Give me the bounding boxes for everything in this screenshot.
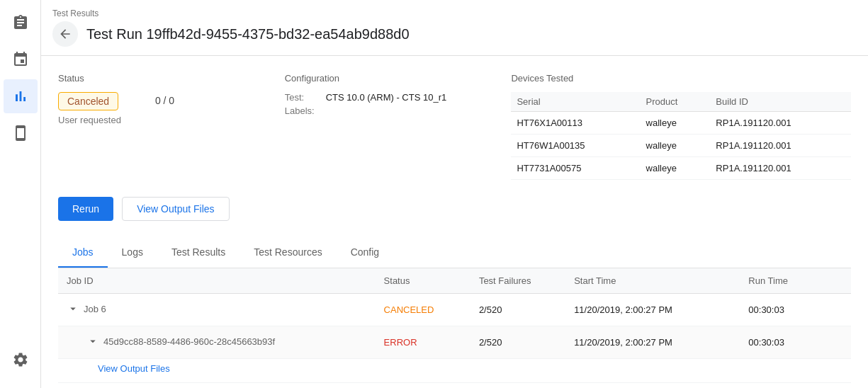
expand-sub-button[interactable]: 45d9cc88-8589-4486-960c-28c45663b93f	[86, 335, 275, 348]
job-status-cell: CANCELED	[376, 294, 470, 326]
devices-title: Devices Tested	[511, 73, 851, 84]
view-output-button[interactable]: View Output Files	[122, 197, 229, 221]
sidebar-item-phone[interactable]	[4, 116, 38, 150]
device-serial: HT76W1A00135	[511, 135, 640, 157]
sidebar	[0, 0, 41, 388]
col-header-status: Status	[376, 268, 470, 294]
device-product: walleye	[641, 157, 711, 180]
page-title: Test Run 19ffb42d-9455-4375-bd32-ea54ab9…	[86, 26, 410, 42]
tab-test-resources[interactable]: Test Resources	[239, 238, 336, 268]
action-buttons: Rerun View Output Files	[58, 197, 851, 221]
view-output-row: View Output Files	[58, 359, 851, 383]
config-labels-label: Labels:	[285, 105, 320, 116]
device-row: HT76W1A00135 walleye RP1A.191120.001	[511, 135, 851, 157]
job-runtime-cell: 00:30:03	[740, 294, 851, 326]
col-header-starttime: Start Time	[565, 268, 740, 294]
config-labels-row: Labels:	[285, 105, 512, 116]
col-header-jobid: Job ID	[58, 268, 376, 294]
devices-col-product: Product	[641, 92, 711, 112]
sub-runtime-cell: 00:30:03	[740, 326, 851, 359]
progress-text: 0 / 0	[155, 95, 174, 106]
sub-starttime-cell: 11/20/2019, 2:00:27 PM	[565, 326, 740, 359]
devices-col-serial: Serial	[511, 92, 640, 112]
device-buildid: RP1A.191120.001	[710, 112, 851, 135]
device-serial: HT76X1A00113	[511, 112, 640, 135]
devices-col-buildid: Build ID	[710, 92, 851, 112]
device-buildid: RP1A.191120.001	[710, 157, 851, 180]
main-content: Test Results Test Run 19ffb42d-9455-4375…	[41, 0, 868, 388]
chevron-down-icon	[67, 302, 79, 315]
tab-config[interactable]: Config	[337, 238, 393, 268]
jobs-table: Job ID Status Test Failures Start Time R…	[58, 268, 851, 383]
tabs-bar: JobsLogsTest ResultsTest ResourcesConfig	[58, 238, 851, 268]
device-product: walleye	[641, 112, 711, 135]
status-badge: Canceled	[58, 92, 118, 110]
job-starttime-cell: 11/20/2019, 2:00:27 PM	[565, 294, 740, 326]
chevron-down-icon	[86, 335, 99, 348]
col-header-failures: Test Failures	[470, 268, 565, 294]
sub-job-id-cell: 45d9cc88-8589-4486-960c-28c45663b93f	[58, 326, 376, 359]
settings-icon	[12, 351, 29, 368]
tab-jobs[interactable]: Jobs	[58, 238, 108, 268]
back-arrow-icon	[58, 27, 72, 41]
job-id-cell: Job 6	[58, 294, 376, 326]
col-header-runtime: Run Time	[740, 268, 851, 294]
devices-table: Serial Product Build ID HT76X1A00113 wal…	[511, 92, 851, 180]
view-output-cell: View Output Files	[58, 359, 851, 383]
phone-icon	[12, 125, 29, 142]
sub-status-cell: ERROR	[376, 326, 470, 359]
status-col: Status Canceled User requested 0 / 0	[58, 73, 285, 180]
sidebar-item-settings[interactable]	[4, 343, 38, 377]
status-error: ERROR	[384, 337, 417, 348]
bar-chart-icon	[12, 88, 29, 105]
config-title: Configuration	[285, 73, 512, 84]
device-serial: HT7731A00575	[511, 157, 640, 180]
job-sub-row: 45d9cc88-8589-4486-960c-28c45663b93f ERR…	[58, 326, 851, 359]
devices-col: Devices Tested Serial Product Build ID H…	[511, 73, 851, 180]
calendar-icon	[12, 51, 29, 68]
sidebar-item-clipboard[interactable]	[4, 6, 38, 40]
job-row: Job 6 CANCELED 2/520 11/20/2019, 2:00:27…	[58, 294, 851, 326]
rerun-button[interactable]: Rerun	[58, 197, 113, 221]
clipboard-icon	[12, 14, 29, 31]
device-product: walleye	[641, 135, 711, 157]
job-failures-cell: 2/520	[470, 294, 565, 326]
header: Test Results Test Run 19ffb42d-9455-4375…	[41, 0, 868, 56]
view-output-link[interactable]: View Output Files	[98, 363, 170, 374]
content-area: Status Canceled User requested 0 / 0 Con…	[41, 56, 868, 388]
status-canceled: CANCELED	[384, 304, 434, 315]
info-section: Status Canceled User requested 0 / 0 Con…	[58, 73, 851, 180]
tab-logs[interactable]: Logs	[108, 238, 157, 268]
back-button[interactable]	[52, 21, 78, 47]
config-col: Configuration Test: CTS 10.0 (ARM) - CTS…	[285, 73, 512, 180]
config-test-label: Test:	[285, 92, 320, 103]
device-row: HT7731A00575 walleye RP1A.191120.001	[511, 157, 851, 180]
device-row: HT76X1A00113 walleye RP1A.191120.001	[511, 112, 851, 135]
tab-test-results[interactable]: Test Results	[157, 238, 239, 268]
status-sub: User requested	[58, 115, 121, 125]
config-test-row: Test: CTS 10.0 (ARM) - CTS 10_r1	[285, 92, 512, 103]
status-title: Status	[58, 73, 285, 84]
expand-job-button[interactable]: Job 6	[67, 302, 106, 315]
breadcrumb: Test Results	[52, 8, 851, 18]
device-buildid: RP1A.191120.001	[710, 135, 851, 157]
sub-failures-cell: 2/520	[470, 326, 565, 359]
config-test-value: CTS 10.0 (ARM) - CTS 10_r1	[326, 92, 447, 103]
sidebar-item-calendar[interactable]	[4, 42, 38, 76]
sidebar-item-analytics[interactable]	[4, 79, 38, 113]
